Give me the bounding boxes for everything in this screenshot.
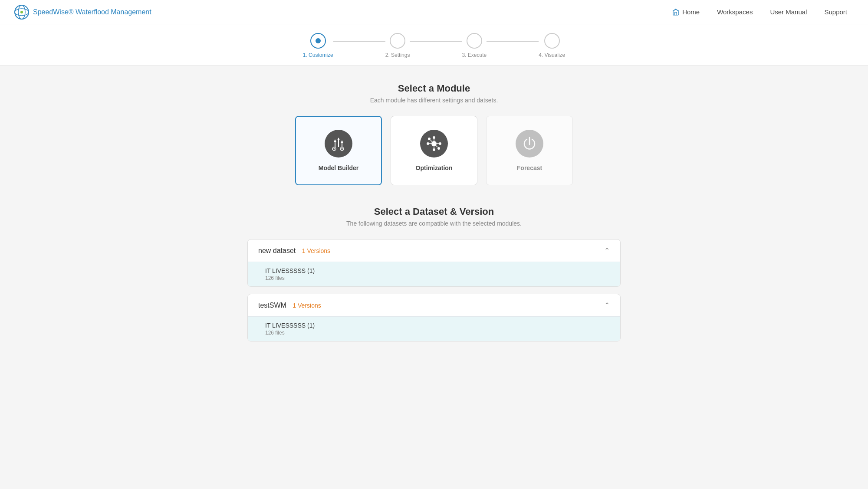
module-subtitle: Each module has different settings and d… (247, 97, 621, 104)
svg-point-20 (334, 148, 335, 150)
dataset-name-0: new dataset (258, 247, 296, 254)
svg-point-25 (433, 148, 435, 151)
nav-support[interactable]: Support (817, 6, 854, 18)
module-builder-label: Model Builder (319, 164, 359, 171)
dataset-item-files-0-0: 126 files (265, 275, 603, 281)
step-2[interactable]: 2. Settings (385, 33, 410, 58)
dataset-versions-0: 1 Versions (302, 247, 330, 254)
module-card-forecast[interactable]: Forecast (486, 116, 573, 185)
dataset-name-row-1: testSWM 1 Versions (258, 302, 321, 309)
step-indicator: 1. Customize 2. Settings 3. Execute 4. V… (0, 24, 868, 66)
home-icon (672, 8, 680, 16)
step-3-label: 3. Execute (462, 52, 487, 58)
svg-point-4 (673, 10, 674, 11)
nav-home[interactable]: Home (665, 6, 707, 19)
svg-point-3 (20, 11, 23, 13)
top-nav: Home Workspaces User Manual Support (665, 6, 854, 19)
svg-point-24 (433, 136, 435, 139)
dataset-header-1[interactable]: testSWM 1 Versions ⌃ (248, 294, 620, 316)
logo-text: SpeedWise® Waterflood Management (33, 8, 151, 16)
module-forecast-label: Forecast (517, 164, 542, 171)
svg-point-10 (673, 14, 674, 15)
step-line-3 (487, 41, 539, 42)
dataset-header-0[interactable]: new dataset 1 Versions ⌃ (248, 240, 620, 262)
module-section: Select a Module Each module has differen… (247, 83, 621, 185)
nav-workspaces[interactable]: Workspaces (710, 6, 760, 18)
steps: 1. Customize 2. Settings 3. Execute 4. V… (303, 33, 566, 58)
step-2-circle (390, 33, 405, 49)
module-cards: Model Builder (247, 116, 621, 185)
dataset-item-files-1-0: 126 files (265, 330, 603, 336)
svg-point-27 (439, 142, 441, 145)
svg-marker-14 (334, 139, 336, 142)
logo: SpeedWise® Waterflood Management (14, 4, 151, 20)
svg-point-7 (674, 10, 675, 11)
dataset-subtitle: The following datasets are compatible wi… (247, 220, 621, 227)
step-1-label: 1. Customize (303, 52, 333, 58)
svg-point-6 (678, 10, 679, 11)
module-card-model-builder[interactable]: Model Builder (295, 116, 382, 185)
step-1[interactable]: 1. Customize (303, 33, 333, 58)
dataset-name-row-0: new dataset 1 Versions (258, 247, 330, 255)
step-1-circle (310, 33, 326, 49)
svg-point-26 (427, 142, 429, 145)
dataset-versions-1: 1 Versions (293, 302, 321, 309)
svg-point-12 (678, 14, 679, 15)
module-forecast-icon-circle (516, 130, 543, 158)
module-optimization-label: Optimization (416, 164, 453, 171)
header: SpeedWise® Waterflood Management Home Wo… (0, 0, 868, 24)
dataset-section: Select a Dataset & Version The following… (247, 206, 621, 341)
chevron-up-icon-0: ⌃ (604, 246, 610, 255)
svg-point-11 (678, 12, 679, 13)
step-2-label: 2. Settings (385, 52, 410, 58)
chevron-up-icon-1: ⌃ (604, 301, 610, 309)
dataset-group-1: testSWM 1 Versions ⌃ IT LIVESSSSS (1) 12… (247, 294, 621, 341)
step-4-label: 4. Visualize (539, 52, 565, 58)
svg-point-22 (342, 148, 343, 150)
module-title: Select a Module (247, 83, 621, 94)
svg-point-29 (437, 147, 440, 150)
optimization-svg (425, 135, 443, 152)
dataset-name-1: testSWM (258, 302, 286, 309)
step-line-1 (333, 41, 385, 42)
step-4-circle (544, 33, 560, 49)
logo-icon (14, 4, 30, 20)
dataset-item-1-0[interactable]: IT LIVESSSSS (1) 126 files (248, 316, 620, 341)
dataset-item-name-0-0: IT LIVESSSSS (1) (265, 267, 603, 274)
step-line-2 (410, 41, 462, 42)
svg-point-28 (428, 138, 431, 140)
svg-marker-18 (341, 140, 343, 143)
model-builder-svg (330, 135, 347, 152)
svg-line-34 (431, 140, 432, 142)
svg-point-8 (677, 10, 677, 11)
step-1-dot (316, 38, 321, 43)
dataset-item-0-0[interactable]: IT LIVESSSSS (1) 126 files (248, 262, 620, 286)
step-3-circle (467, 33, 482, 49)
svg-point-9 (673, 12, 674, 13)
svg-line-35 (436, 145, 437, 147)
svg-marker-16 (337, 138, 340, 140)
module-card-optimization[interactable]: Optimization (391, 116, 477, 185)
step-4[interactable]: 4. Visualize (539, 33, 565, 58)
module-builder-icon-circle (325, 130, 352, 158)
main-content: Select a Module Each module has differen… (239, 66, 629, 366)
svg-point-5 (675, 9, 676, 10)
forecast-svg (521, 135, 538, 152)
nav-user-manual[interactable]: User Manual (763, 6, 814, 18)
dataset-item-name-1-0: IT LIVESSSSS (1) (265, 322, 603, 329)
dataset-title: Select a Dataset & Version (247, 206, 621, 217)
nav-home-label: Home (682, 8, 700, 16)
module-optimization-icon-circle (420, 130, 448, 158)
step-3[interactable]: 3. Execute (462, 33, 487, 58)
dataset-group-0: new dataset 1 Versions ⌃ IT LIVESSSSS (1… (247, 239, 621, 287)
